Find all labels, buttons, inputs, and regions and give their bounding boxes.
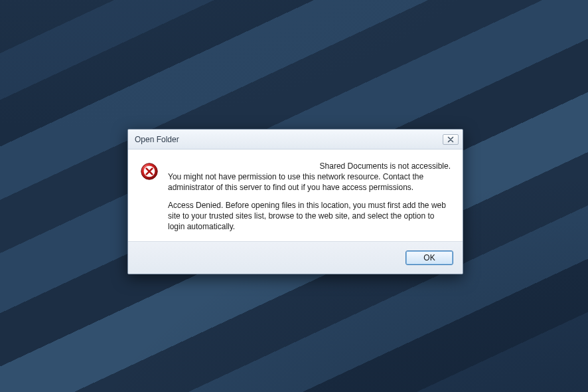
close-icon (447, 134, 454, 146)
dialog-title: Open Folder (135, 135, 179, 144)
dialog-message: Shared Documents is not accessible. You … (168, 161, 451, 232)
error-icon (140, 162, 159, 181)
message-paragraph-1: You might not have permission to use thi… (168, 171, 451, 193)
message-paragraph-2: Access Denied. Before opening files in t… (168, 200, 451, 233)
ok-button[interactable]: OK (405, 250, 453, 265)
dialog-titlebar[interactable]: Open Folder (128, 130, 463, 149)
dialog-button-bar: OK (128, 242, 463, 274)
open-folder-dialog: Open Folder (127, 129, 463, 274)
message-heading: Shared Documents is not accessible. (168, 161, 451, 171)
close-button[interactable] (443, 134, 459, 145)
dialog-content: Shared Documents is not accessible. You … (128, 149, 463, 242)
